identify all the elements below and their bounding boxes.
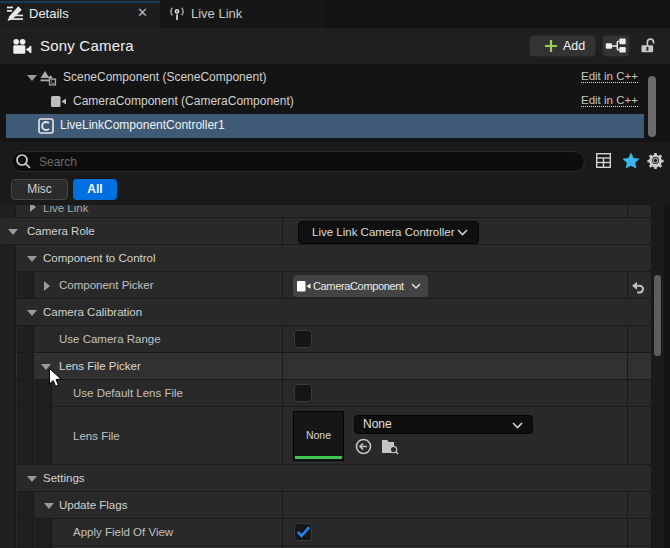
svg-text:C: C <box>51 78 56 85</box>
